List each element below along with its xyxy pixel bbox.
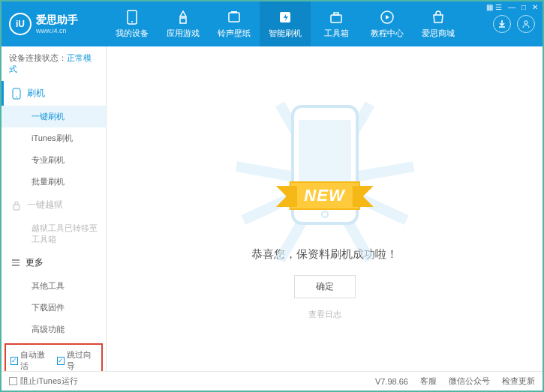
- checkbox-label: 自动激活: [20, 349, 50, 371]
- success-message: 恭喜您，保资料刷机成功啦！: [251, 247, 398, 262]
- download-button[interactable]: [493, 15, 511, 33]
- nav-device[interactable]: 我的设备: [107, 1, 158, 46]
- sidebar-item[interactable]: 批量刷机: [2, 171, 106, 193]
- view-log-link[interactable]: 查看日志: [308, 309, 341, 320]
- maximize-icon[interactable]: □: [521, 3, 526, 11]
- sidebar-section-0[interactable]: 刷机: [2, 81, 106, 106]
- svg-point-10: [16, 96, 17, 97]
- user-icon: [521, 19, 530, 28]
- sidebar-section-2[interactable]: 更多: [2, 250, 106, 275]
- svg-rect-5: [331, 15, 341, 22]
- flash-icon: [278, 10, 293, 25]
- checkbox-icon: ✓: [57, 357, 65, 365]
- svg-rect-2: [229, 13, 239, 22]
- lock-icon: [12, 200, 21, 211]
- sidebar: 设备连接状态：正常模式 刷机一键刷机iTunes刷机专业刷机批量刷机一键越狱越狱…: [2, 46, 107, 371]
- section-title: 一键越狱: [27, 199, 63, 211]
- toolbox-icon: [329, 10, 344, 25]
- option-checkbox-1[interactable]: ✓跳过向导: [57, 349, 98, 371]
- svg-rect-3: [231, 11, 237, 13]
- connection-status: 设备连接状态：正常模式: [2, 46, 106, 81]
- minimize-icon[interactable]: —: [508, 3, 515, 11]
- nav-label: 智能刷机: [269, 28, 302, 39]
- sidebar-item[interactable]: 一键刷机: [2, 106, 106, 127]
- body: 设备连接状态：正常模式 刷机一键刷机iTunes刷机专业刷机批量刷机一键越狱越狱…: [2, 46, 542, 371]
- main-nav: 我的设备应用游戏铃声壁纸智能刷机工具箱教程中心爱思商城: [107, 1, 493, 46]
- ok-button[interactable]: 确定: [294, 275, 356, 298]
- phone-icon: [12, 88, 21, 100]
- option-checkbox-0[interactable]: ✓自动激活: [11, 349, 51, 371]
- options-row: ✓自动激活✓跳过向导: [5, 343, 103, 371]
- window-controls: ▦ ☰ — □ ✕: [486, 3, 538, 11]
- close-icon[interactable]: ✕: [532, 3, 538, 11]
- sidebar-item[interactable]: 高级功能: [2, 319, 106, 340]
- nav-label: 工具箱: [324, 28, 349, 39]
- svg-rect-6: [334, 13, 338, 15]
- nav-label: 爱思商城: [422, 28, 455, 39]
- svg-point-1: [131, 21, 133, 22]
- nav-store[interactable]: 爱思商城: [413, 1, 464, 46]
- svg-point-8: [524, 21, 527, 24]
- tutorial-icon: [380, 10, 395, 25]
- nav-flash[interactable]: 智能刷机: [260, 1, 311, 46]
- app-url: www.i4.cn: [36, 27, 78, 34]
- ribbon-text: NEW: [289, 181, 359, 210]
- checkbox-icon: ✓: [11, 357, 18, 365]
- section-title: 刷机: [27, 87, 45, 100]
- app-name: 爱思助手: [36, 13, 78, 27]
- nav-tutorial[interactable]: 教程中心: [362, 1, 413, 46]
- block-itunes-label: 阻止iTunes运行: [20, 376, 78, 387]
- nav-label: 应用游戏: [167, 28, 200, 39]
- window-menu-icon[interactable]: ▦ ☰: [486, 3, 502, 11]
- nav-toolbox[interactable]: 工具箱: [311, 1, 362, 46]
- app-window: ▦ ☰ — □ ✕ iU 爱思助手 www.i4.cn 我的设备应用游戏铃声壁纸…: [0, 0, 544, 392]
- user-button[interactable]: [517, 15, 535, 33]
- new-ribbon: NEW: [289, 181, 359, 210]
- success-illustration: NEW: [257, 97, 392, 232]
- sidebar-item[interactable]: iTunes刷机: [2, 127, 106, 149]
- sidebar-section-1[interactable]: 一键越狱: [2, 193, 106, 217]
- svg-rect-11: [14, 205, 20, 210]
- device-icon: [125, 10, 140, 25]
- logo: iU 爱思助手 www.i4.cn: [9, 13, 107, 35]
- update-link[interactable]: 检查更新: [502, 376, 535, 387]
- sidebar-item[interactable]: 下载固件: [2, 297, 106, 319]
- sidebar-bottom: ✓自动激活✓跳过向导 iPhone 12 mini 64GB Down-12mi…: [2, 340, 106, 371]
- section-title: 更多: [26, 256, 44, 269]
- nav-apps[interactable]: 应用游戏: [158, 1, 209, 46]
- wechat-link[interactable]: 微信公众号: [449, 376, 490, 387]
- apps-icon: [176, 10, 191, 25]
- sidebar-item[interactable]: 其他工具: [2, 275, 106, 297]
- store-icon: [431, 10, 446, 25]
- conn-label: 设备连接状态：: [9, 53, 67, 62]
- nav-label: 我的设备: [116, 28, 149, 39]
- sidebar-item: 越狱工具已转移至工具箱: [2, 217, 106, 250]
- header: ▦ ☰ — □ ✕ iU 爱思助手 www.i4.cn 我的设备应用游戏铃声壁纸…: [2, 1, 542, 46]
- footer-right: V7.98.66 客服 微信公众号 检查更新: [375, 376, 535, 387]
- main-content: NEW 恭喜您，保资料刷机成功啦！ 确定 查看日志: [107, 46, 542, 371]
- nav-label: 铃声壁纸: [218, 28, 251, 39]
- block-itunes-checkbox[interactable]: 阻止iTunes运行: [9, 376, 78, 387]
- checkbox-icon: [9, 377, 17, 385]
- more-icon: [12, 259, 20, 266]
- logo-icon: iU: [9, 13, 32, 35]
- version-label: V7.98.66: [375, 377, 408, 386]
- download-icon: [497, 19, 506, 28]
- nav-label: 教程中心: [371, 28, 404, 39]
- footer: 阻止iTunes运行 V7.98.66 客服 微信公众号 检查更新: [2, 371, 542, 391]
- nav-media[interactable]: 铃声壁纸: [209, 1, 260, 46]
- sidebar-item[interactable]: 专业刷机: [2, 149, 106, 171]
- header-right: [493, 15, 535, 33]
- media-icon: [227, 10, 242, 25]
- checkbox-label: 跳过向导: [67, 349, 97, 371]
- support-link[interactable]: 客服: [420, 376, 437, 387]
